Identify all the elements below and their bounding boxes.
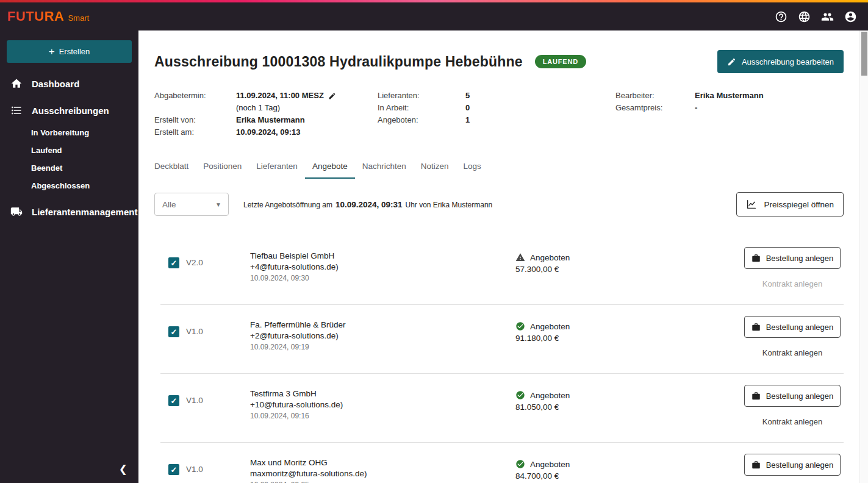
filter-selected-value: Alle [162, 200, 176, 209]
offer-company: Fa. Pfeffermühle & Brüder [250, 320, 515, 331]
offer-date: 10.09.2024, 09:19 [250, 342, 515, 353]
edit-abgabetermin-icon[interactable] [328, 92, 336, 100]
chart-icon [746, 199, 757, 210]
offer-checkbox[interactable]: ✓ [168, 326, 179, 337]
sidebar-item-laufend[interactable]: Laufend [0, 141, 138, 159]
edit-ausschreibung-button[interactable]: Ausschreibung bearbeiten [717, 50, 844, 73]
offer-checkbox[interactable]: ✓ [168, 395, 179, 406]
offer-version: V1.0 [186, 316, 250, 357]
page-header: Ausschreibung 10001308 Hydraulikpumpe He… [154, 50, 844, 73]
truck-icon [10, 206, 23, 218]
sidebar: + Erstellen Dashboard Ausschreibungen In… [0, 30, 138, 483]
sidebar-item-label: Lieferantenmanagement [32, 207, 137, 217]
filter-bar: Alle ▼ Letzte Angebotsöffnung am 10.09.2… [154, 192, 844, 216]
tab-angebote[interactable]: Angebote [305, 155, 355, 179]
offer-email: +4@futura-solutions.de) [250, 262, 515, 273]
bestellung-anlegen-button[interactable]: Bestellung anlegen [744, 247, 841, 269]
lieferanten-count: 5 [465, 90, 470, 102]
bestellung-anlegen-button[interactable]: Bestellung anlegen [744, 385, 841, 407]
offer-date: 10.09.2024, 09:30 [250, 273, 515, 284]
topbar: FUTURA Smart [0, 2, 868, 30]
lieferanten-label: Lieferanten: [378, 90, 465, 102]
offer-status: Angeboten [530, 460, 570, 469]
sidebar-item-beendet[interactable]: Beendet [0, 159, 138, 177]
sidebar-subitems: In Vorbereitung Laufend Beendet Abgeschl… [0, 124, 138, 198]
erstellt-am-label: Erstellt am: [154, 126, 236, 138]
tab-lieferanten[interactable]: Lieferanten [249, 155, 305, 179]
erstellt-am-value: 10.09.2024, 09:13 [236, 126, 301, 138]
home-icon [10, 77, 23, 90]
abgabetermin-label: Abgabetermin: [154, 90, 236, 102]
kontrakt-anlegen-link[interactable]: Kontrakt anlegen [762, 417, 822, 426]
info-section: Abgabetermin: 11.09.2024, 11:00 MESZ (no… [154, 90, 844, 138]
bestellung-button-label: Bestellung anlegen [766, 323, 834, 332]
offer-date: 10.09.2024, 09:25 [250, 480, 515, 483]
opening-info-date: 10.09.2024, 09:31 [335, 200, 403, 209]
offer-version: V2.0 [186, 247, 250, 288]
tab-bar: Deckblatt Positionen Lieferanten Angebot… [154, 155, 844, 179]
scrollbar-thumb[interactable] [861, 32, 867, 76]
bestellung-button-label: Bestellung anlegen [766, 254, 834, 263]
offer-filter-select[interactable]: Alle ▼ [154, 193, 229, 216]
app-logo: FUTURA Smart [7, 9, 89, 24]
offer-price: 91.180,00 € [515, 334, 741, 343]
bestellung-button-label: Bestellung anlegen [766, 392, 834, 401]
create-button[interactable]: + Erstellen [7, 40, 132, 63]
offer-row: ✓ V1.0 Fa. Pfeffermühle & Brüder +2@futu… [160, 304, 844, 373]
offer-status: Angeboten [530, 322, 570, 331]
scrollbar-track[interactable] [859, 30, 868, 483]
sidebar-item-label: Dashboard [32, 79, 79, 89]
offer-status: Angeboten [530, 391, 570, 400]
plus-icon: + [49, 46, 55, 57]
opening-info-suffix: Uhr von Erika Mustermann [406, 201, 493, 209]
offer-company: Max und Moritz OHG [250, 457, 515, 468]
in-arbeit-label: In Arbeit: [378, 102, 465, 114]
tab-notizen[interactable]: Notizen [414, 155, 456, 179]
kontrakt-anlegen-link[interactable]: Kontrakt anlegen [762, 348, 822, 357]
sidebar-item-dashboard[interactable]: Dashboard [0, 70, 138, 97]
sidebar-item-lieferantenmanagement[interactable]: Lieferantenmanagement [0, 198, 138, 225]
briefcase-icon [751, 323, 761, 332]
offer-checkbox[interactable]: ✓ [168, 257, 179, 268]
check-circle-icon [515, 459, 525, 469]
page-title: Ausschreibung 10001308 Hydraulikpumpe He… [154, 54, 523, 70]
offer-row: ✓ V1.0 Max und Moritz OHG maxmoritz@futu… [160, 442, 844, 483]
tab-deckblatt[interactable]: Deckblatt [154, 155, 196, 179]
info-column-counts: Lieferanten: 5 In Arbeit: 0 Angeboten: 1 [378, 90, 615, 138]
sidebar-item-ausschreibungen[interactable]: Ausschreibungen [0, 97, 138, 124]
offer-price: 84.700,00 € [515, 471, 741, 481]
globe-icon[interactable] [798, 10, 811, 23]
kontrakt-anlegen-link: Kontrakt anlegen [762, 279, 822, 288]
pencil-icon [727, 57, 736, 66]
sidebar-collapse-icon[interactable]: ❮ [119, 463, 127, 476]
offer-company: Testfirma 3 GmbH [250, 388, 515, 399]
tab-nachrichten[interactable]: Nachrichten [355, 155, 414, 179]
info-column-meta: Bearbeiter: Erika Mustermann Gesamtpreis… [615, 90, 844, 138]
abgabetermin-value: 11.09.2024, 11:00 MESZ [236, 90, 324, 102]
briefcase-icon [751, 392, 761, 401]
offer-version: V1.0 [186, 454, 250, 483]
check-circle-icon [515, 390, 525, 400]
help-icon[interactable] [775, 10, 787, 23]
sidebar-item-label: Ausschreibungen [32, 106, 109, 116]
preisspiegel-button[interactable]: Preisspiegel öffnen [736, 192, 844, 216]
topbar-icons [775, 10, 857, 23]
offer-list: ✓ V2.0 Tiefbau Beispiel GmbH +4@futura-s… [160, 236, 844, 483]
sidebar-item-abgeschlossen[interactable]: Abgeschlossen [0, 177, 138, 195]
tab-positionen[interactable]: Positionen [196, 155, 249, 179]
offer-row: ✓ V1.0 Testfirma 3 GmbH +10@futura-solut… [160, 373, 844, 442]
gesamtpreis-label: Gesamtpreis: [615, 102, 695, 114]
create-button-label: Erstellen [59, 47, 90, 56]
bestellung-anlegen-button[interactable]: Bestellung anlegen [744, 316, 841, 338]
tab-logs[interactable]: Logs [456, 155, 489, 179]
offer-checkbox[interactable]: ✓ [168, 464, 179, 475]
in-arbeit-count: 0 [465, 102, 470, 114]
offer-email: +2@futura-solutions.de) [250, 331, 515, 342]
account-icon[interactable] [844, 10, 857, 23]
sidebar-item-in-vorbereitung[interactable]: In Vorbereitung [0, 124, 138, 141]
briefcase-icon [751, 460, 761, 470]
users-icon[interactable] [821, 10, 834, 23]
offer-email: +10@futura-solutions.de) [250, 399, 515, 410]
bestellung-anlegen-button[interactable]: Bestellung anlegen [744, 454, 841, 476]
sidebar-nav: Dashboard Ausschreibungen In Vorbereitun… [0, 70, 138, 225]
